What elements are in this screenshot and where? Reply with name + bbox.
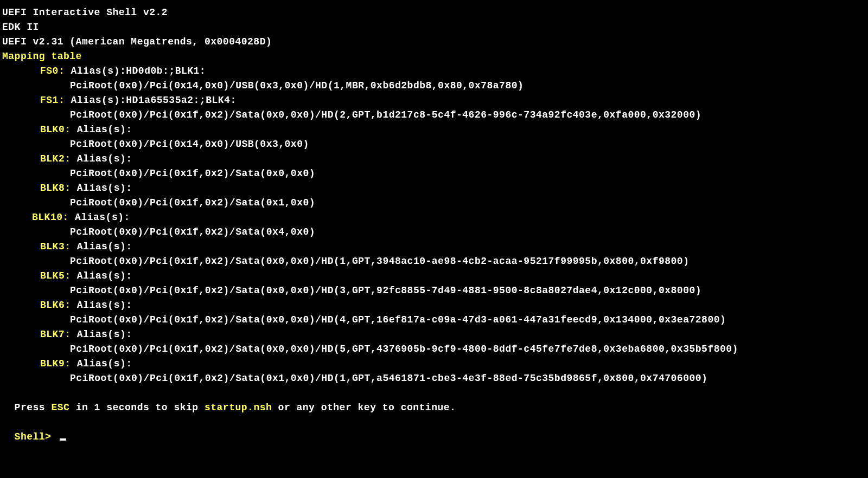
esc-key: ESC [51, 402, 69, 413]
device-name: BLK10: [32, 212, 69, 223]
device-path: PciRoot(0x0)/Pci(0x14,0x0)/USB(0x3,0x0)/… [2, 79, 866, 93]
device-path: PciRoot(0x0)/Pci(0x1f,0x2)/Sata(0x0,0x0)… [2, 313, 866, 327]
alias-value: HD1a65535a2:;BLK4: [126, 95, 236, 106]
device-path: PciRoot(0x0)/Pci(0x1f,0x2)/Sata(0x1,0x0)… [2, 371, 866, 386]
mapping-row: BLK5: Alias(s): [2, 269, 866, 283]
device-path: PciRoot(0x0)/Pci(0x1f,0x2)/Sata(0x0,0x0)… [2, 342, 866, 357]
shell-title: UEFI Interactive Shell v2.2 [2, 5, 866, 20]
alias-label: Alias(s): [71, 241, 132, 252]
alias-label: Alias(s): [71, 183, 132, 193]
device-name: BLK2: [40, 153, 71, 164]
alias-label: Alias(s): [71, 124, 132, 135]
device-path: PciRoot(0x0)/Pci(0x14,0x0)/USB(0x3,0x0) [2, 137, 866, 152]
skip-end: or any other key to continue. [272, 402, 456, 413]
device-name: BLK3: [40, 241, 71, 252]
mapping-row: BLK9: Alias(s): [2, 357, 866, 371]
mapping-row: FS0: Alias(s):HD0d0b:;BLK1: [2, 64, 866, 79]
alias-label: Alias(s): [65, 95, 126, 106]
mapping-row: BLK0: Alias(s): [2, 122, 866, 137]
device-name: BLK9: [40, 358, 71, 369]
cursor-icon [60, 438, 66, 441]
alias-label: Alias(s): [71, 153, 132, 164]
mapping-row: FS1: Alias(s):HD1a65535a2:;BLK4: [2, 93, 866, 108]
device-path: PciRoot(0x0)/Pci(0x1f,0x2)/Sata(0x1,0x0) [2, 196, 866, 210]
press-label: Press [15, 402, 52, 413]
mapping-row: BLK7: Alias(s): [2, 327, 866, 342]
device-name: BLK8: [40, 183, 71, 193]
mapping-row: BLK6: Alias(s): [2, 298, 866, 313]
mapping-table-body: FS0: Alias(s):HD0d0b:;BLK1:PciRoot(0x0)/… [2, 64, 866, 386]
alias-label: Alias(s): [71, 329, 132, 340]
mapping-row: BLK3: Alias(s): [2, 240, 866, 254]
mapping-row: BLK10: Alias(s): [2, 210, 866, 225]
device-name: BLK5: [40, 270, 71, 281]
mapping-table-header: Mapping table [2, 49, 866, 64]
alias-value: HD0d0b:;BLK1: [126, 66, 206, 76]
mapping-row: BLK2: Alias(s): [2, 152, 866, 166]
device-name: BLK6: [40, 300, 71, 311]
device-name: BLK7: [40, 329, 71, 340]
alias-label: Alias(s): [69, 212, 130, 223]
edk-label: EDK II [2, 20, 866, 35]
device-path: PciRoot(0x0)/Pci(0x1f,0x2)/Sata(0x0,0x0)… [2, 283, 866, 298]
uefi-version: UEFI v2.31 (American Megatrends, 0x00040… [2, 35, 866, 49]
shell-prompt: Shell> [15, 431, 58, 442]
device-path: PciRoot(0x0)/Pci(0x1f,0x2)/Sata(0x0,0x0)… [2, 254, 866, 269]
mapping-row: BLK8: Alias(s): [2, 181, 866, 196]
alias-label: Alias(s): [71, 270, 132, 281]
skip-instruction: Press ESC in 1 seconds to skip startup.n… [2, 386, 866, 415]
device-name: FS1: [40, 95, 65, 106]
alias-label: Alias(s): [65, 66, 126, 76]
shell-prompt-line[interactable]: Shell> [2, 415, 866, 444]
device-name: BLK0: [40, 124, 71, 135]
alias-label: Alias(s): [71, 358, 132, 369]
startup-file: startup.nsh [205, 402, 272, 413]
device-path: PciRoot(0x0)/Pci(0x1f,0x2)/Sata(0x0,0x0)… [2, 108, 866, 122]
skip-mid: in 1 seconds to skip [69, 402, 205, 413]
device-name: FS0: [40, 66, 65, 76]
device-path: PciRoot(0x0)/Pci(0x1f,0x2)/Sata(0x0,0x0) [2, 166, 866, 181]
device-path: PciRoot(0x0)/Pci(0x1f,0x2)/Sata(0x4,0x0) [2, 225, 866, 240]
alias-label: Alias(s): [71, 300, 132, 311]
